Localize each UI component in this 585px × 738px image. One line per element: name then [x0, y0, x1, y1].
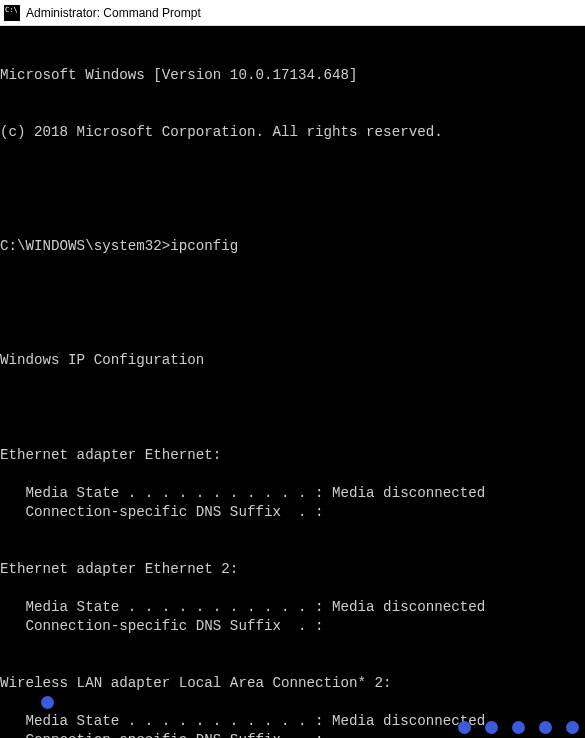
adapter-detail-line: Connection-specific DNS Suffix . :: [0, 617, 585, 636]
blank-line: [0, 636, 585, 655]
adapter-header: Ethernet adapter Ethernet 2:: [0, 560, 585, 579]
banner-copyright: (c) 2018 Microsoft Corporation. All righ…: [0, 123, 585, 142]
blank-line: [0, 655, 585, 674]
prompt-line: C:\WINDOWS\system32>ipconfig: [0, 237, 585, 256]
blank-line: [0, 465, 585, 484]
dot-icon: [41, 696, 54, 709]
dot-icon: [512, 721, 525, 734]
ipconfig-heading: Windows IP Configuration: [0, 351, 585, 370]
blank-line: [0, 294, 585, 313]
blank-line: [0, 522, 585, 541]
dot-icon: [539, 721, 552, 734]
window-title: Administrator: Command Prompt: [26, 6, 201, 20]
adapter-detail-line: Media State . . . . . . . . . . . : Medi…: [0, 598, 585, 617]
blank-line: [0, 408, 585, 427]
adapter-detail-line: Media State . . . . . . . . . . . : Medi…: [0, 484, 585, 503]
blank-line: [0, 427, 585, 446]
blank-line: [0, 693, 585, 712]
banner-version: Microsoft Windows [Version 10.0.17134.64…: [0, 66, 585, 85]
dot-icon: [485, 721, 498, 734]
adapter-header: Wireless LAN adapter Local Area Connecti…: [0, 674, 585, 693]
adapter-detail-line: Connection-specific DNS Suffix . :: [0, 503, 585, 522]
decorative-dot-left: [7, 677, 54, 734]
window-titlebar[interactable]: Administrator: Command Prompt: [0, 0, 585, 26]
adapter-header: Ethernet adapter Ethernet:: [0, 446, 585, 465]
dot-icon: [566, 721, 579, 734]
blank-line: [0, 541, 585, 560]
terminal-area[interactable]: Microsoft Windows [Version 10.0.17134.64…: [0, 26, 585, 738]
decorative-dots-right: [458, 721, 579, 734]
blank-line: [0, 579, 585, 598]
dot-icon: [458, 721, 471, 734]
cmd-icon: [4, 5, 20, 21]
blank-line: [0, 180, 585, 199]
